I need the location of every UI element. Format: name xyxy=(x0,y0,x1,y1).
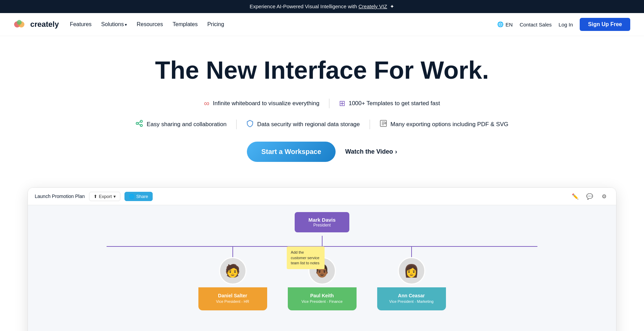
svg-point-4 xyxy=(140,120,142,122)
export-icon xyxy=(380,120,387,129)
export-button[interactable]: ⬆ Export ▾ xyxy=(89,192,121,201)
security-icon xyxy=(246,120,254,129)
org-connector-top xyxy=(322,236,323,246)
edit-icon-btn[interactable]: ✏️ xyxy=(570,191,580,201)
feature-export: Many exporting options including PDF & S… xyxy=(370,117,518,132)
org-top-name: Mark Davis xyxy=(308,217,336,223)
feature-templates: ⊞ 1000+ Templates to get started fast xyxy=(329,96,450,111)
banner-text: Experience AI-Powered Visual Intelligenc… xyxy=(250,3,357,9)
hero-section: The New Interface For Work. ∞ Infinite w… xyxy=(0,36,644,187)
nav-right: 🌐 EN Contact Sales Log In Sign Up Free xyxy=(497,18,630,31)
person-role-daniel: Vice President - HR xyxy=(203,299,263,304)
workspace-toolbar: Launch Promotion Plan ⬆ Export ▾ 🌐 Share… xyxy=(28,188,616,205)
card-body-paul: Paul Keith Vice President - Finance xyxy=(288,287,357,310)
org-top-node: Mark Davis President xyxy=(295,212,349,232)
toolbar-right-actions: ✏️ 💬 ⚙ xyxy=(570,191,609,201)
svg-point-3 xyxy=(136,122,138,124)
export-icon-btn: ⬆ xyxy=(94,194,97,199)
feature-templates-text: 1000+ Templates to get started fast xyxy=(349,100,440,107)
avatar-daniel: 🧑 xyxy=(219,257,247,285)
avatar-ann: 👩 xyxy=(398,257,425,285)
top-banner: Experience AI-Powered Visual Intelligenc… xyxy=(0,0,644,13)
feature-security-text: Data security with regional data storage xyxy=(257,121,360,128)
org-child-3: 👩 Ann Ceasar Vice President - Marketing xyxy=(377,247,446,310)
org-chart-area: Mark Davis President 🧑 Daniel Salter xyxy=(28,205,616,331)
banner-link[interactable]: Creately VIZ xyxy=(359,3,387,9)
nav-resources[interactable]: Resources xyxy=(137,21,163,27)
svg-point-5 xyxy=(140,124,142,126)
settings-icon-btn[interactable]: ⚙ xyxy=(599,191,609,201)
workspace-title: Launch Promotion Plan xyxy=(35,194,85,199)
sticky-note: Add the customer service team list to no… xyxy=(287,246,325,269)
nav-features[interactable]: Features xyxy=(70,21,91,27)
person-name-ann: Ann Ceasar xyxy=(381,293,442,298)
features-row-1: ∞ Infinite whiteboard to visualize every… xyxy=(7,96,637,111)
chevron-right-icon: › xyxy=(395,148,397,155)
nav-links: Features Solutions Resources Templates P… xyxy=(70,21,224,27)
person-name-daniel: Daniel Salter xyxy=(203,293,263,298)
feature-whiteboard-text: Infinite whiteboard to visualize everyth… xyxy=(213,100,319,107)
cta-row: Start a Workspace Watch the Video › xyxy=(7,142,637,162)
feature-security: Data security with regional data storage xyxy=(237,117,370,132)
nav-left: creately Features Solutions Resources Te… xyxy=(14,20,224,29)
nav-solutions[interactable]: Solutions xyxy=(101,21,127,27)
logo-icon xyxy=(14,20,28,29)
nav-templates[interactable]: Templates xyxy=(173,21,198,27)
hero-headline: The New Interface For Work. xyxy=(133,57,511,84)
watch-video-label: Watch the Video xyxy=(345,148,393,155)
person-card-ann: 👩 Ann Ceasar Vice President - Marketing xyxy=(377,257,446,310)
language-selector[interactable]: 🌐 EN xyxy=(497,21,513,27)
logo-text: creately xyxy=(30,20,59,29)
feature-sharing-text: Easy sharing and collaboration xyxy=(146,121,226,128)
person-role-ann: Vice President - Marketing xyxy=(381,299,442,304)
feature-sharing: Easy sharing and collaboration xyxy=(126,117,236,132)
svg-line-6 xyxy=(138,122,140,123)
sparkle-icon: ✦ xyxy=(390,3,394,10)
watch-video-button[interactable]: Watch the Video › xyxy=(345,148,397,155)
templates-icon: ⊞ xyxy=(339,99,345,108)
infinite-icon: ∞ xyxy=(204,99,209,108)
features-row-2: Easy sharing and collaboration Data secu… xyxy=(7,117,637,132)
comment-icon-btn[interactable]: 💬 xyxy=(585,191,595,201)
card-body-daniel: Daniel Salter Vice President - HR xyxy=(198,287,267,310)
sharing-icon xyxy=(135,120,143,129)
feature-whiteboard: ∞ Infinite whiteboard to visualize every… xyxy=(194,96,329,111)
logo[interactable]: creately xyxy=(14,20,59,29)
share-icon: 🌐 xyxy=(129,194,134,199)
card-body-ann: Ann Ceasar Vice President - Marketing xyxy=(377,287,446,310)
nav-pricing[interactable]: Pricing xyxy=(207,21,224,27)
share-button[interactable]: 🌐 Share xyxy=(124,192,153,201)
workspace-preview: Launch Promotion Plan ⬆ Export ▾ 🌐 Share… xyxy=(28,187,616,331)
person-card-daniel: 🧑 Daniel Salter Vice President - HR xyxy=(198,257,267,310)
globe-icon: 🌐 xyxy=(497,21,504,27)
person-name-paul: Paul Keith xyxy=(292,293,352,298)
login-link[interactable]: Log In xyxy=(559,22,573,27)
org-connector-1 xyxy=(232,247,233,257)
main-nav: creately Features Solutions Resources Te… xyxy=(0,13,644,36)
svg-line-7 xyxy=(138,124,140,125)
feature-export-text: Many exporting options including PDF & S… xyxy=(391,121,509,128)
signup-button[interactable]: Sign Up Free xyxy=(580,18,630,31)
org-child-1: 🧑 Daniel Salter Vice President - HR xyxy=(198,247,267,310)
person-role-paul: Vice President - Finance xyxy=(292,299,352,304)
org-connector-3 xyxy=(411,247,412,257)
org-top-role: President xyxy=(308,223,336,228)
start-workspace-button[interactable]: Start a Workspace xyxy=(247,142,336,162)
contact-sales-link[interactable]: Contact Sales xyxy=(520,22,552,27)
svg-point-2 xyxy=(17,20,22,25)
